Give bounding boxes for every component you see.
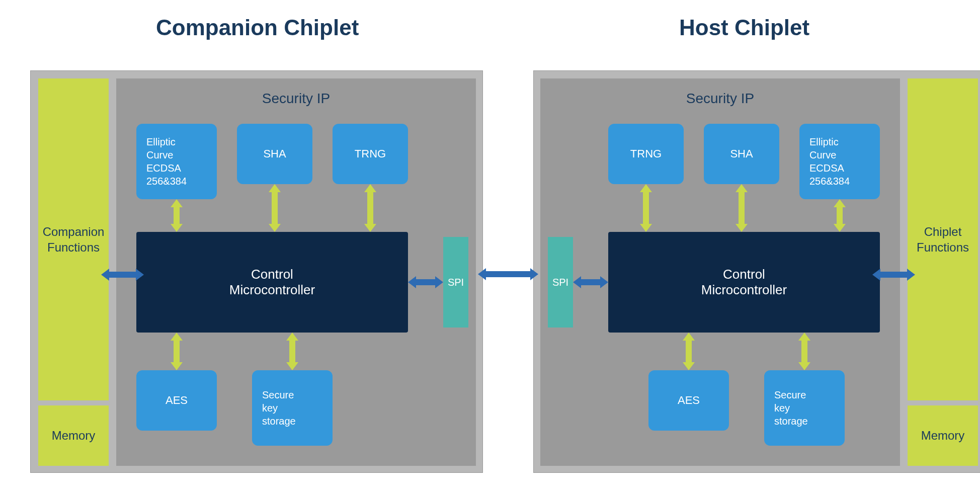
host-ec-box: Elliptic Curve ECDSA 256&384	[799, 124, 880, 199]
arrow-icon	[834, 199, 846, 232]
arrow-icon	[269, 184, 281, 232]
companion-ctrl-line2: Microcontroller	[229, 282, 315, 298]
arrow-icon	[364, 184, 376, 232]
host-sha-box: SHA	[704, 124, 779, 184]
companion-spi-box: SPI	[443, 237, 468, 327]
arrow-icon	[798, 333, 810, 370]
companion-ctrl-line1: Control	[251, 267, 293, 282]
arrow-icon	[171, 199, 183, 232]
center-link-arrow-icon	[478, 268, 538, 280]
companion-trng-box: TRNG	[333, 124, 408, 184]
companion-sha-box: SHA	[237, 124, 312, 184]
host-ctrl-line1: Control	[723, 267, 765, 282]
arrow-icon	[640, 184, 652, 232]
companion-functions-box: Companion Functions	[38, 78, 109, 400]
host-aes-box: AES	[648, 370, 729, 431]
host-functions-box: Chiplet Functions	[908, 78, 978, 400]
companion-security-label: Security IP	[116, 91, 476, 107]
host-security-label: Security IP	[540, 91, 900, 107]
companion-memory-box: Memory	[38, 405, 109, 466]
companion-security-ip: Security IP Elliptic Curve ECDSA 256&384…	[116, 78, 476, 466]
arrow-icon	[171, 333, 183, 370]
companion-title: Companion Chiplet	[156, 15, 359, 40]
arrow-icon	[872, 269, 915, 281]
arrow-icon	[683, 333, 695, 370]
companion-sks-box: Secure key storage	[252, 370, 333, 446]
host-security-ip: Security IP TRNG SHA Elliptic Curve ECDS…	[540, 78, 900, 466]
host-trng-box: TRNG	[608, 124, 684, 184]
arrow-icon	[736, 184, 748, 232]
host-sks-box: Secure key storage	[764, 370, 845, 446]
arrow-icon	[408, 276, 443, 288]
arrow-icon	[573, 276, 608, 288]
host-chiplet: Chiplet Functions Memory Security IP TRN…	[533, 70, 980, 473]
companion-ec-box: Elliptic Curve ECDSA 256&384	[136, 124, 217, 199]
host-title: Host Chiplet	[679, 15, 809, 40]
companion-aes-box: AES	[136, 370, 217, 431]
companion-chiplet: Companion Functions Memory Security IP E…	[30, 70, 483, 473]
host-spi-box: SPI	[548, 237, 573, 327]
companion-ctrl-box: Control Microcontroller	[136, 232, 408, 333]
arrow-icon	[286, 333, 298, 370]
arrow-icon	[101, 269, 144, 281]
host-memory-box: Memory	[908, 405, 978, 466]
host-ctrl-box: Control Microcontroller	[608, 232, 880, 333]
host-ctrl-line2: Microcontroller	[701, 282, 787, 298]
